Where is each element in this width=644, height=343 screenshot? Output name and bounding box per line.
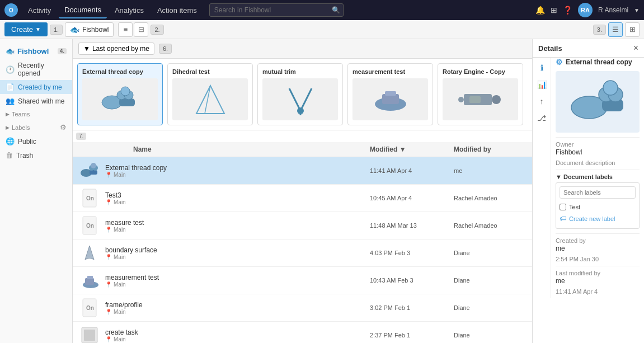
thumb-label-1: Dihedral test — [172, 68, 248, 75]
create-label-button[interactable]: 🏷 Create new label — [560, 212, 636, 225]
top-nav: O Activity Documents Analytics Action it… — [0, 0, 644, 20]
labels-expand-icon: ▶ — [6, 125, 10, 130]
notifications-icon[interactable]: 🔔 — [535, 6, 545, 15]
labels-search-input[interactable] — [560, 186, 636, 199]
view-detail-icon-btn[interactable]: ⊟ — [134, 22, 148, 37]
create-button[interactable]: Create ▼ — [4, 22, 48, 36]
avatar[interactable]: RA — [578, 3, 593, 17]
row-sub-label-5: Main — [114, 309, 126, 315]
created-by-section: Created by me 2:54 PM Jan 30 — [556, 237, 640, 262]
doc-labels-collapse-icon[interactable]: ▼ — [556, 173, 562, 180]
list-row[interactable]: On Test3 📍 Main 10:45 AM Apr 4 Rachel Am… — [73, 185, 532, 212]
nav-tab-documents[interactable]: Documents — [59, 2, 107, 18]
app-logo: O — [4, 3, 18, 17]
label-item-test: Test — [560, 202, 636, 212]
pin-icon-3: 📍 — [105, 254, 112, 260]
details-chart-icon[interactable]: 📊 — [536, 79, 547, 90]
filter-bar: ▼ Last opened by me 6. — [73, 39, 532, 59]
row-sub-5: 📍 Main — [105, 309, 370, 315]
details-branch-icon[interactable]: ⎇ — [536, 112, 547, 124]
grid-tile-view-btn[interactable]: ⊞ — [625, 22, 640, 37]
sidebar-section-teams[interactable]: ▶ Teams — [0, 108, 72, 120]
divider-3 — [556, 233, 640, 234]
row-modby-0: me — [454, 167, 527, 174]
create-label: Create — [11, 25, 33, 34]
row-name-1: Test3 — [105, 191, 370, 199]
details-info-icon[interactable]: ℹ — [536, 62, 547, 73]
sidebar-teams-label: Teams — [12, 111, 30, 118]
thumb-label-2: mutual trim — [262, 68, 338, 75]
list-row[interactable]: measurement test 📍 Main 10:43 AM Feb 3 D… — [73, 267, 532, 294]
sidebar-item-trash[interactable]: 🗑 Trash — [0, 148, 72, 162]
pin-icon-5: 📍 — [105, 309, 112, 315]
row-name-3: boundary surface — [105, 246, 370, 254]
thumb-card-rotary-engine-copy[interactable]: Rotary Engine - Copy — [438, 63, 523, 125]
nav-tab-analytics[interactable]: Analytics — [109, 3, 149, 18]
header-modified[interactable]: Modified ▼ — [370, 145, 454, 153]
row-name-col-2: measure test 📍 Main — [101, 219, 370, 233]
sidebar-workspace-header[interactable]: 🐟 Fishbowl 4. — [0, 44, 72, 59]
view-list-icon-btn[interactable]: ≡ — [118, 22, 133, 37]
nav-tab-activity[interactable]: Activity — [22, 3, 57, 18]
sidebar-item-created-by-me[interactable]: 📄 Created by me — [0, 80, 72, 94]
sidebar-section-labels[interactable]: ▶ Labels ⚙ — [0, 120, 72, 134]
doc-description-section: Document description — [556, 159, 640, 166]
toolbar-badge-2[interactable]: 2. — [151, 25, 163, 35]
pin-icon-2: 📍 — [105, 227, 112, 233]
nav-tab-action-items[interactable]: Action items — [152, 3, 203, 18]
list-row[interactable]: On frame/profile 📍 Main 3:02 PM Feb 1 Di… — [73, 294, 532, 322]
filter-button[interactable]: ▼ Last opened by me — [78, 43, 154, 55]
row-sub-label-3: Main — [114, 254, 126, 260]
help-icon[interactable]: ❓ — [563, 6, 572, 15]
list-row[interactable]: External thread copy 📍 Main 11:41 AM Apr… — [73, 157, 532, 185]
row-sub-6: 📍 Main — [105, 336, 370, 342]
sidebar-item-recently-opened[interactable]: 🕐 Recently opened — [0, 59, 72, 80]
svg-text:On: On — [86, 223, 94, 229]
user-name[interactable]: R Anselmi — [598, 6, 628, 14]
thumb-card-measurement-test[interactable]: measurement test — [347, 63, 433, 125]
apps-icon[interactable]: ⊞ — [551, 6, 557, 15]
row-modby-5: Diane — [454, 304, 527, 311]
create-label-icon: 🏷 — [560, 214, 567, 223]
toolbar-badge-1[interactable]: 1. — [50, 25, 63, 35]
svg-rect-17 — [469, 96, 481, 103]
row-icon-6 — [78, 325, 101, 343]
user-dropdown-icon[interactable]: ▼ — [634, 7, 640, 13]
svg-point-4 — [121, 87, 130, 96]
create-caret-icon: ▼ — [35, 26, 41, 32]
owner-label: Owner — [556, 141, 640, 148]
details-share-icon[interactable]: ↑ — [536, 96, 547, 107]
toolbar-badge-3[interactable]: 3. — [593, 25, 606, 35]
search-input[interactable] — [209, 3, 344, 17]
details-close-button[interactable]: × — [633, 44, 638, 53]
row-modby-4: Diane — [454, 277, 527, 284]
public-icon: 🌐 — [6, 137, 15, 145]
list-row[interactable]: create task 📍 Main 2:37 PM Feb 1 Diane — [73, 322, 532, 343]
label-checkbox-test[interactable] — [560, 204, 566, 210]
workspace-selector[interactable]: 🐟 Fishbowl — [65, 22, 114, 37]
svg-text:On: On — [86, 305, 94, 311]
sidebar-item-public[interactable]: 🌐 Public — [0, 134, 72, 148]
recently-opened-icon: 🕐 — [6, 65, 15, 74]
labels-settings-icon[interactable]: ⚙ — [60, 123, 67, 131]
thumb-card-external-thread-copy[interactable]: External thread copy — [77, 63, 163, 125]
svg-rect-19 — [90, 170, 97, 175]
list-row[interactable]: boundary surface 📍 Main 4:03 PM Feb 3 Di… — [73, 239, 532, 267]
thumb-card-mutual-trim[interactable]: mutual trim — [257, 63, 343, 125]
row-sub-4: 📍 Main — [105, 281, 370, 288]
row-sub-2: 📍 Main — [105, 227, 370, 233]
pin-icon-6: 📍 — [105, 336, 112, 342]
details-panel: Details × ℹ 📊 ↑ ⎇ ⚙ External thread copy — [532, 39, 644, 343]
svg-point-22 — [91, 163, 96, 168]
divider-4 — [556, 266, 640, 266]
sidebar-item-shared-with-me[interactable]: 👥 Shared with me — [0, 94, 72, 108]
row-sub-1: 📍 Main — [105, 199, 370, 205]
thumb-card-dihedral-test[interactable]: Dihedral test — [167, 63, 253, 125]
list-row[interactable]: On measure test 📍 Main 11:48 AM Mar 13 R… — [73, 212, 532, 239]
grid-list-view-btn[interactable]: ☰ — [608, 22, 623, 37]
row-name-6: create task — [105, 328, 370, 336]
row-name-col-3: boundary surface 📍 Main — [101, 246, 370, 260]
row-sub-label-2: Main — [114, 227, 126, 233]
thumb-label-3: measurement test — [352, 68, 428, 75]
svg-line-6 — [205, 86, 210, 114]
